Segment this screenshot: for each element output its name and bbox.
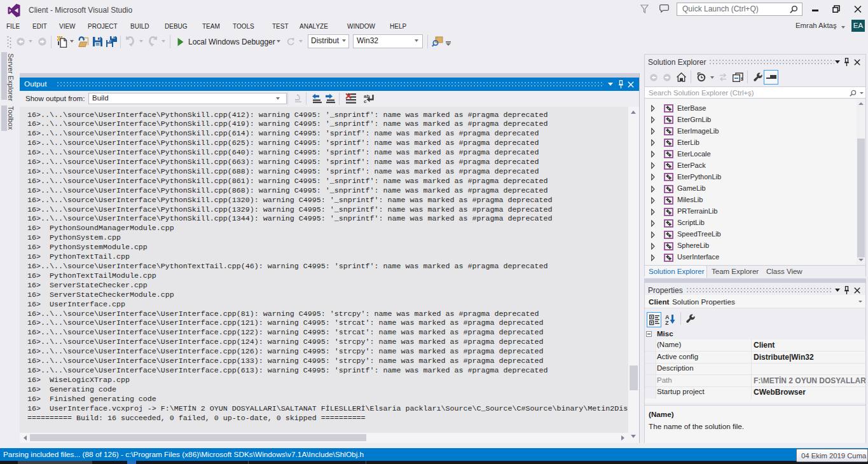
svg-text:Z: Z bbox=[665, 319, 669, 325]
svg-text:c: c bbox=[364, 99, 367, 104]
